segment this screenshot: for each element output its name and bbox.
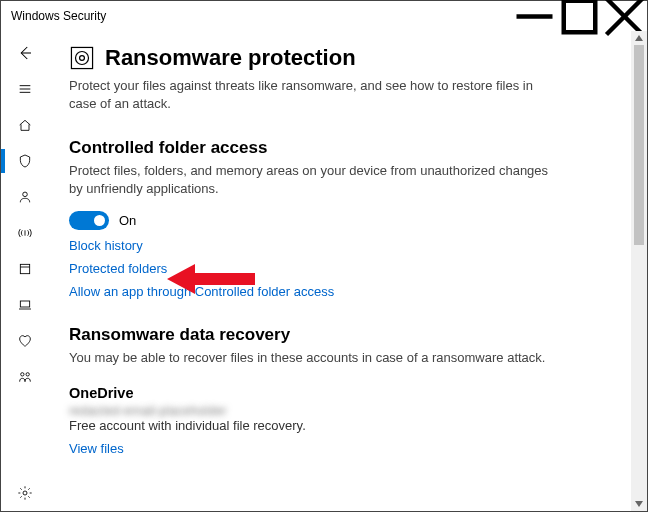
svg-point-15 bbox=[26, 373, 29, 376]
svg-point-19 bbox=[80, 56, 85, 61]
scroll-down-icon[interactable] bbox=[631, 497, 647, 511]
minimize-button[interactable] bbox=[512, 1, 557, 31]
family-icon bbox=[17, 369, 33, 385]
laptop-icon bbox=[17, 297, 33, 313]
nav-firewall[interactable] bbox=[5, 215, 45, 251]
page-subtitle: Protect your files against threats like … bbox=[69, 77, 549, 112]
page-title: Ransomware protection bbox=[69, 45, 611, 71]
svg-point-14 bbox=[21, 373, 24, 376]
gear-icon bbox=[17, 485, 33, 501]
svg-rect-17 bbox=[71, 47, 92, 68]
link-protected-folders[interactable]: Protected folders bbox=[69, 261, 167, 276]
window-title: Windows Security bbox=[11, 9, 106, 23]
shield-icon bbox=[17, 153, 33, 169]
nav-device-security[interactable] bbox=[5, 287, 45, 323]
link-allow-app[interactable]: Allow an app through Controlled folder a… bbox=[69, 284, 334, 299]
svg-marker-22 bbox=[635, 501, 643, 507]
svg-rect-10 bbox=[20, 264, 29, 273]
cfa-subtitle: Protect files, folders, and memory areas… bbox=[69, 162, 549, 197]
nav-settings[interactable] bbox=[5, 475, 45, 511]
back-button[interactable] bbox=[5, 35, 45, 71]
cfa-toggle[interactable] bbox=[69, 211, 109, 230]
svg-marker-21 bbox=[635, 35, 643, 41]
nav-device-health[interactable] bbox=[5, 323, 45, 359]
page-title-text: Ransomware protection bbox=[105, 45, 356, 71]
vertical-scrollbar[interactable] bbox=[631, 31, 647, 511]
svg-rect-1 bbox=[564, 0, 596, 32]
home-icon bbox=[17, 117, 33, 133]
maximize-button[interactable] bbox=[557, 1, 602, 31]
link-view-files[interactable]: View files bbox=[69, 441, 124, 456]
recovery-title: Ransomware data recovery bbox=[69, 325, 611, 345]
hamburger-icon bbox=[17, 81, 33, 97]
scrollbar-thumb[interactable] bbox=[634, 45, 644, 245]
signal-icon bbox=[17, 225, 33, 241]
nav-rail bbox=[1, 31, 49, 511]
link-block-history[interactable]: Block history bbox=[69, 238, 143, 253]
recovery-provider: OneDrive bbox=[69, 385, 611, 401]
nav-account[interactable] bbox=[5, 179, 45, 215]
nav-virus-threat[interactable] bbox=[5, 143, 45, 179]
close-button[interactable] bbox=[602, 1, 647, 31]
titlebar: Windows Security bbox=[1, 1, 647, 31]
recovery-email-redacted: redacted-email-placeholder bbox=[69, 403, 611, 418]
heart-icon bbox=[17, 333, 33, 349]
ransomware-icon bbox=[69, 45, 95, 71]
svg-point-16 bbox=[23, 491, 27, 495]
hamburger-button[interactable] bbox=[5, 71, 45, 107]
recovery-subtitle: You may be able to recover files in thes… bbox=[69, 349, 549, 367]
nav-family[interactable] bbox=[5, 359, 45, 395]
content-area: Ransomware protection Protect your files… bbox=[49, 31, 631, 511]
svg-point-8 bbox=[23, 192, 28, 197]
nav-app-browser[interactable] bbox=[5, 251, 45, 287]
arrow-left-icon bbox=[16, 44, 34, 62]
nav-home[interactable] bbox=[5, 107, 45, 143]
scroll-up-icon[interactable] bbox=[631, 31, 647, 45]
svg-rect-12 bbox=[20, 301, 29, 307]
person-icon bbox=[17, 189, 33, 205]
app-icon bbox=[17, 261, 33, 277]
svg-point-18 bbox=[76, 52, 89, 65]
cfa-title: Controlled folder access bbox=[69, 138, 611, 158]
cfa-toggle-label: On bbox=[119, 213, 136, 228]
recovery-desc: Free account with individual file recove… bbox=[69, 418, 611, 433]
